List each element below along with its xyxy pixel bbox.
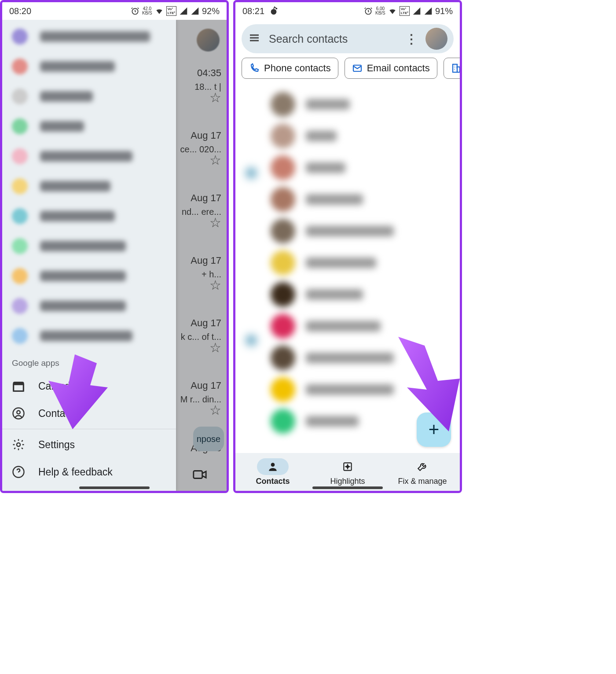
chip-phone-contacts[interactable]: Phone contacts (242, 58, 338, 79)
status-bar: 08:20 42.0KB/S Vo¹LTE² 92% (2, 2, 227, 20)
volte-indicator: Vo¹LTE² (400, 6, 410, 16)
svg-point-10 (271, 9, 277, 15)
signal-icon-1 (412, 7, 421, 15)
gear-icon (12, 438, 25, 451)
home-handle[interactable] (312, 486, 383, 489)
chip-email-contacts[interactable]: Email contacts (345, 58, 437, 79)
chip-company[interactable]: Com (444, 58, 460, 79)
contacts-icon (12, 407, 25, 420)
help-icon (12, 465, 25, 479)
signal-icon-2 (191, 7, 199, 15)
battery-percent: 92% (202, 6, 220, 16)
phone-screenshot-contacts-app: 08:21 6.00KB/S Vo¹LTE² 91% Search contac… (233, 0, 462, 493)
search-bar[interactable]: Search contacts ⋮ (242, 24, 454, 53)
email-icon (352, 63, 363, 74)
annotation-arrow (48, 354, 114, 429)
phone-screenshot-gmail-drawer: 08:20 42.0KB/S Vo¹LTE² 92% 04:3518... t … (0, 0, 229, 493)
nav-item-contacts[interactable]: Contacts (235, 453, 310, 491)
hamburger-menu-button[interactable] (248, 31, 261, 46)
volte-indicator: Vo¹LTE² (166, 6, 176, 16)
alarm-icon (131, 7, 139, 15)
person-icon (267, 461, 279, 472)
alarm-icon (364, 7, 373, 15)
svg-rect-15 (457, 67, 460, 72)
svg-marker-9 (48, 354, 108, 429)
battery-percent: 91% (435, 6, 453, 16)
drawer-item-label: Help & feedback (38, 466, 113, 478)
wifi-icon (388, 7, 397, 15)
more-options-button[interactable]: ⋮ (405, 32, 418, 46)
svg-point-6 (17, 411, 20, 414)
svg-rect-3 (14, 384, 24, 391)
filter-chips-row[interactable]: Phone contacts Email contacts Com (235, 58, 460, 84)
net-speed: 42.0KB/S (142, 7, 152, 15)
account-avatar[interactable] (425, 28, 447, 50)
wifi-icon (155, 7, 164, 15)
wrench-icon (417, 461, 428, 472)
svg-rect-14 (453, 64, 457, 72)
status-time: 08:20 (9, 6, 31, 16)
svg-point-7 (17, 443, 20, 446)
scrim-overlay[interactable] (176, 2, 227, 491)
svg-marker-18 (398, 337, 460, 431)
phone-icon (249, 63, 260, 74)
annotation-arrow (389, 337, 462, 434)
nav-item-highlights[interactable]: Highlights (310, 453, 385, 491)
drawer-item-settings[interactable]: Settings (2, 431, 176, 458)
status-time: 08:21 (242, 6, 264, 16)
building-icon (451, 63, 460, 74)
status-bar: 08:21 6.00KB/S Vo¹LTE² 91% (235, 2, 460, 20)
bottom-navigation: Contacts Highlights Fix & manage (235, 453, 460, 491)
net-speed: 6.00KB/S (375, 7, 385, 15)
signal-icon-1 (179, 7, 188, 15)
signal-icon-2 (424, 7, 433, 15)
reddit-icon (269, 6, 279, 16)
drawer-labels-blurred (2, 20, 176, 355)
drawer-item-help[interactable]: Help & feedback (2, 458, 176, 491)
menu-icon (248, 31, 261, 44)
nav-item-fix-manage[interactable]: Fix & manage (385, 453, 460, 491)
home-handle[interactable] (79, 486, 150, 489)
drawer-item-label: Settings (38, 439, 75, 451)
sparkle-icon (342, 461, 353, 472)
svg-point-16 (271, 463, 275, 467)
calendar-icon (12, 379, 25, 393)
search-placeholder: Search contacts (269, 33, 397, 45)
